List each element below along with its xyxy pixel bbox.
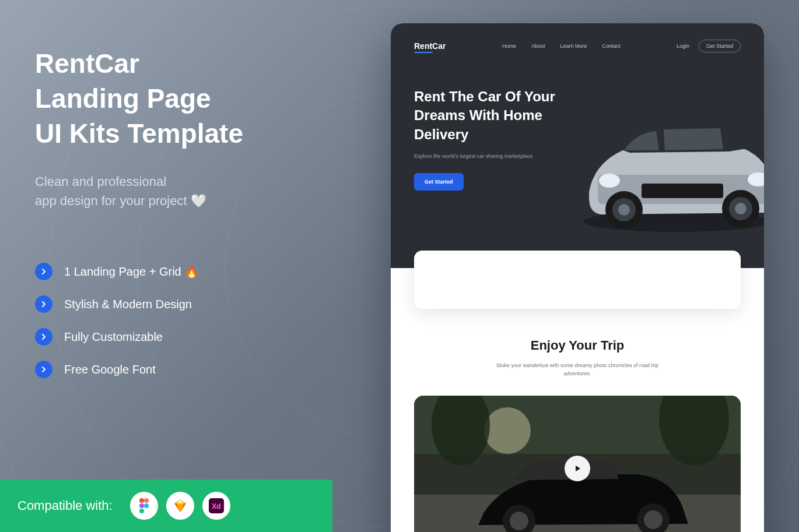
video-thumbnail[interactable] (414, 396, 741, 532)
chevron-right-icon (35, 295, 52, 313)
get-started-button[interactable]: Get Started (699, 40, 741, 52)
promo-title: RentCar Landing Page UI Kits Template (35, 47, 338, 151)
feature-item-4: Free Google Font (35, 361, 338, 378)
hero-section: RentCar Home About Learn More Contact Lo… (391, 23, 764, 268)
chevron-right-icon (35, 361, 52, 378)
logo[interactable]: RentCar (414, 41, 446, 51)
compat-label: Compatible with: (17, 498, 113, 513)
nav-home[interactable]: Home (502, 43, 516, 49)
svg-point-27 (644, 510, 663, 529)
nav-links: Home About Learn More Contact (502, 43, 621, 49)
svg-point-25 (510, 512, 528, 530)
section-subtitle: Stoke your wanderlust with some dreamy p… (493, 361, 662, 378)
feature-text: Fully Customizable (64, 330, 163, 344)
hero-cta-button[interactable]: Get Started (414, 173, 464, 191)
feature-text: Free Google Font (64, 363, 156, 376)
svg-point-4 (139, 509, 144, 513)
feature-text: Stylish & Modern Design (64, 298, 192, 311)
heart-icon: 🤍 (191, 193, 206, 208)
feature-item-1: 1 Landing Page + Grid 🔥 (35, 263, 338, 280)
promo-subtitle: Clean and professional app design for yo… (35, 172, 338, 210)
svg-point-11 (618, 204, 630, 216)
adobe-xd-icon: Xd (202, 492, 230, 520)
feature-text: 1 Landing Page + Grid 🔥 (64, 265, 199, 279)
svg-rect-17 (642, 184, 723, 198)
play-button[interactable] (565, 456, 590, 481)
feature-item-2: Stylish & Modern Design (35, 295, 338, 313)
nav-learn-more[interactable]: Learn More (560, 43, 587, 49)
svg-point-14 (735, 203, 747, 214)
chevron-right-icon (35, 263, 52, 280)
figma-icon (130, 492, 158, 520)
svg-point-15 (599, 174, 620, 188)
section-title: Enjoy Your Trip (414, 338, 741, 353)
svg-point-2 (139, 503, 144, 508)
svg-point-3 (144, 503, 149, 508)
compatibility-bar: Compatible with: Xd (0, 480, 332, 532)
search-card[interactable] (414, 251, 741, 309)
auth-links: Login Get Started (677, 40, 741, 52)
sketch-icon (166, 492, 194, 520)
chevron-right-icon (35, 328, 52, 346)
svg-point-1 (144, 498, 149, 503)
login-link[interactable]: Login (677, 43, 689, 49)
nav-contact[interactable]: Contact (602, 43, 620, 49)
svg-text:Xd: Xd (212, 502, 220, 510)
navbar: RentCar Home About Learn More Contact Lo… (414, 40, 741, 52)
template-mockup: RentCar Home About Learn More Contact Lo… (391, 23, 764, 532)
feature-item-3: Fully Customizable (35, 328, 338, 346)
nav-about[interactable]: About (531, 43, 545, 49)
feature-list: 1 Landing Page + Grid 🔥 Stylish & Modern… (35, 263, 338, 378)
svg-point-0 (139, 498, 144, 503)
hero-car-image (566, 87, 764, 239)
subtitle-line1: Clean and professional (35, 174, 166, 189)
subtitle-line2: app design for your project (35, 193, 187, 208)
